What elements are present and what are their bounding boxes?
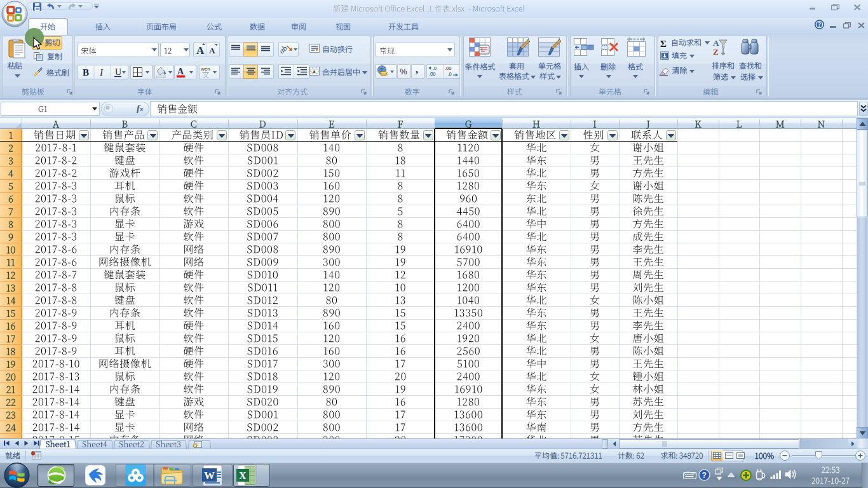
svg-text:?: ? xyxy=(702,471,707,480)
svg-text:Z: Z xyxy=(713,47,719,57)
svg-text:W: W xyxy=(204,470,215,482)
svg-text:?: ? xyxy=(818,21,821,28)
svg-text:Σ: Σ xyxy=(660,39,667,48)
svg-text:B: B xyxy=(83,67,89,78)
svg-text:,: , xyxy=(416,64,418,75)
svg-text:I: I xyxy=(99,67,104,78)
svg-text:A: A xyxy=(196,44,205,57)
svg-text:wén: wén xyxy=(200,66,210,72)
svg-text:.00: .00 xyxy=(429,71,435,77)
svg-text:.00: .00 xyxy=(445,65,451,71)
svg-text:.0: .0 xyxy=(448,71,452,77)
svg-text:A: A xyxy=(713,38,719,48)
svg-text:%: % xyxy=(400,67,407,76)
svg-text:X: X xyxy=(239,470,247,481)
svg-text:A: A xyxy=(177,67,184,76)
svg-text:A: A xyxy=(209,46,215,55)
svg-text:.0: .0 xyxy=(433,65,437,71)
svg-text:a: a xyxy=(313,68,316,74)
svg-text:U: U xyxy=(115,67,121,77)
svg-text:ab: ab xyxy=(278,44,289,55)
